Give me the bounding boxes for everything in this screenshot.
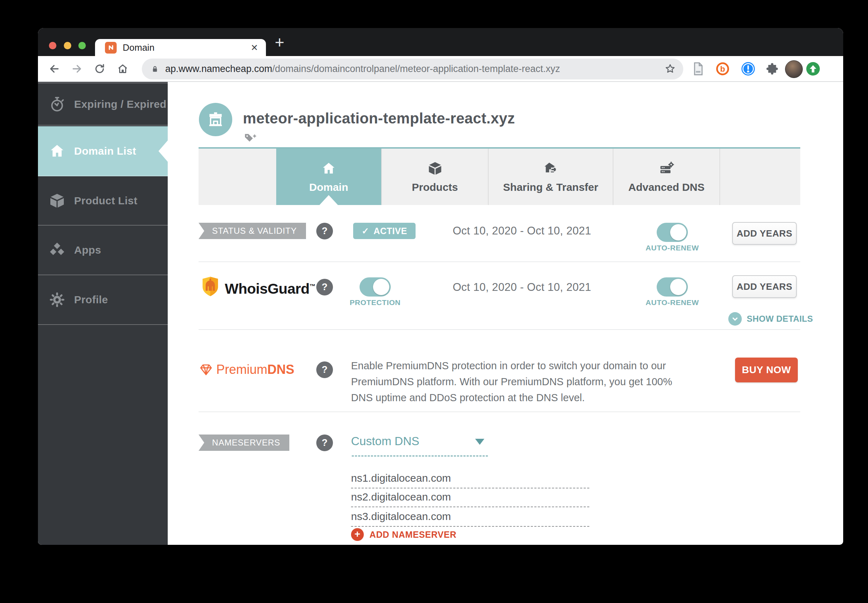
active-tab-notch [320,195,338,205]
forward-icon[interactable] [71,63,83,75]
sidebar-item-profile[interactable]: Profile [38,275,168,325]
add-nameserver-label: ADD NAMESERVER [369,530,456,540]
add-years-button[interactable]: ADD YEARS [732,222,797,245]
whoisguard-validity-dates: Oct 10, 2020 - Oct 10, 2021 [428,281,616,294]
tab-products[interactable]: Products [381,148,488,205]
lock-icon [150,65,159,74]
namecheap-favicon-icon [105,42,117,54]
address-bar[interactable]: ap.www.namecheap.com/domains/domaincontr… [142,59,683,79]
minimize-window-button[interactable] [64,42,71,49]
new-tab-button[interactable]: + [275,34,284,50]
home-list-icon [49,142,66,159]
nameserver-input[interactable]: ns2.digitalocean.com [351,491,589,507]
storefront-icon [199,103,232,136]
tab-label: Advanced DNS [628,181,704,193]
nameservers-dropdown-value: Custom DNS [351,434,420,448]
sidebar: Expiring / Expired Domain List Product L… [38,82,168,545]
gear-icon [49,291,66,308]
status-help-icon[interactable]: ? [316,223,333,240]
zoom-window-button[interactable] [78,42,86,49]
add-tag-icon[interactable] [244,132,258,145]
reload-icon[interactable] [94,63,106,75]
premiumdns-help-icon[interactable]: ? [316,362,333,378]
home-tab-icon [321,161,337,176]
box-icon [49,192,66,209]
extensions-puzzle-icon[interactable] [766,61,781,77]
buy-now-button[interactable]: BUY NOW [735,357,798,382]
browser-tabstrip: Domain ✕ + [38,28,843,56]
tab-label: Domain [309,181,348,193]
close-window-button[interactable] [49,42,56,49]
svg-text:b: b [720,64,725,73]
status-badge-label: ACTIVE [373,226,407,236]
onepassword-extension-icon[interactable] [740,61,756,77]
toggle-knob [670,279,686,295]
nameservers-help-icon[interactable]: ? [316,434,333,451]
premiumdns-brand-bold: DNS [267,362,294,377]
sidebar-item-apps[interactable]: Apps [38,226,168,275]
home-icon[interactable] [117,63,129,75]
sidebar-item-label: Apps [74,244,101,256]
plus-circle-icon: + [351,528,364,541]
whoisguard-add-years-button[interactable]: ADD YEARS [732,275,797,298]
chevron-down-icon [728,312,742,326]
status-badge: ✓ ACTIVE [353,223,415,239]
sidebar-item-product-list[interactable]: Product List [38,176,168,226]
trademark-symbol: ™ [310,283,315,290]
tab-label: Sharing & Transfer [503,181,598,193]
whoisguard-brand: WhoisGuard™ [225,275,315,300]
stopwatch-icon [49,96,66,113]
active-item-arrow [159,141,168,162]
tab-label: Products [412,181,458,193]
browser-window: Domain ✕ + ap.www.namecheap.com/domains/… [38,28,843,545]
tab-sharing-transfer[interactable]: Sharing & Transfer [488,148,613,205]
show-details-label: SHOW DETAILS [747,314,813,324]
sidebar-item-domain-list[interactable]: Domain List [38,126,168,176]
url-path: /domains/domaincontrolpanel/meteor-appli… [272,63,560,74]
premiumdns-logo: PremiumDNS [199,362,294,377]
tab-close-icon[interactable]: ✕ [251,43,258,53]
tab-domain[interactable]: Domain [276,148,381,205]
gem-icon [199,362,213,377]
toggle-knob [373,279,389,295]
url-host: ap.www.namecheap.com [165,63,272,74]
whoisguard-logo: WhoisGuard™ [199,275,315,300]
whoisguard-shield-icon [199,275,222,298]
auto-renew-toggle[interactable] [657,223,688,242]
tab-advanced-dns[interactable]: Advanced DNS [613,148,720,205]
transfer-house-icon [543,161,558,176]
sidebar-item-label: Domain List [74,145,136,157]
nameserver-input[interactable]: ns3.digitalocean.com [351,510,589,527]
dns-server-icon [659,161,674,176]
tab-spacer [720,148,800,205]
sidebar-item-label: Product List [74,195,137,207]
apps-diamonds-icon [49,241,66,258]
toggle-knob [670,224,686,241]
document-extension-icon[interactable] [690,61,706,77]
nameserver-input[interactable]: ns1.digitalocean.com [351,472,589,489]
whoisguard-help-icon[interactable]: ? [316,279,333,295]
browser-tab[interactable]: Domain ✕ [95,39,266,56]
divider [199,329,800,330]
domain-validity-dates: Oct 10, 2020 - Oct 10, 2021 [428,224,616,237]
protection-label: PROTECTION [340,298,411,307]
check-icon: ✓ [362,226,369,236]
sidebar-item-label: Expiring / Expired [74,98,166,110]
whoisguard-auto-renew-toggle[interactable] [657,277,688,297]
sidebar-item-expiring[interactable]: Expiring / Expired [38,83,168,125]
update-arrow-icon[interactable] [805,61,821,77]
sidebar-item-label: Profile [74,294,108,306]
page-title: meteor-application-template-react.xyz [243,110,515,127]
divider [199,261,800,262]
bookmark-star-icon[interactable] [664,63,676,75]
divider [199,411,800,412]
add-nameserver-link[interactable]: + ADD NAMESERVER [351,528,456,541]
show-details-link[interactable]: SHOW DETAILS [728,312,813,326]
nameservers-dropdown[interactable]: Custom DNS [351,434,488,456]
profile-avatar[interactable] [785,60,803,78]
url-text: ap.www.namecheap.com/domains/domaincontr… [165,63,560,74]
back-icon[interactable] [48,63,60,75]
protection-toggle[interactable] [360,277,391,297]
bitly-extension-icon[interactable]: b [715,61,731,77]
nameservers-ribbon: NAMESERVERS [199,434,289,451]
